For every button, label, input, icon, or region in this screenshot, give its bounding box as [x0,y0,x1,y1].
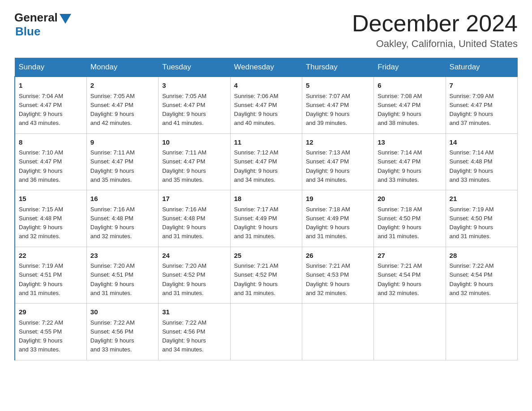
calendar-cell: 6 Sunrise: 7:08 AMSunset: 4:47 PMDayligh… [374,77,446,133]
calendar-cell [302,304,373,360]
calendar-cell: 19 Sunrise: 7:18 AMSunset: 4:49 PMDaylig… [302,190,373,247]
calendar-cell: 3 Sunrise: 7:05 AMSunset: 4:47 PMDayligh… [159,77,230,133]
day-info: Sunrise: 7:13 AMSunset: 4:47 PMDaylight:… [306,149,350,183]
day-number: 22 [19,251,83,261]
calendar-cell: 21 Sunrise: 7:19 AMSunset: 4:50 PMDaylig… [446,190,517,247]
day-info: Sunrise: 7:16 AMSunset: 4:48 PMDaylight:… [90,206,135,240]
calendar-cell: 16 Sunrise: 7:16 AMSunset: 4:48 PMDaylig… [86,190,158,247]
day-number: 8 [19,137,83,148]
day-number: 6 [378,81,442,91]
day-number: 15 [19,194,83,204]
calendar-cell: 7 Sunrise: 7:09 AMSunset: 4:47 PMDayligh… [446,77,517,133]
day-number: 4 [234,81,298,91]
calendar-cell: 9 Sunrise: 7:11 AMSunset: 4:47 PMDayligh… [86,133,158,190]
day-number: 25 [234,251,298,261]
logo-general-text: General [14,11,58,25]
calendar-header-row: SundayMondayTuesdayWednesdayThursdayFrid… [15,58,518,77]
calendar-cell: 8 Sunrise: 7:10 AMSunset: 4:47 PMDayligh… [15,133,86,190]
day-number: 21 [450,194,514,204]
day-info: Sunrise: 7:06 AMSunset: 4:47 PMDaylight:… [234,93,279,127]
calendar-cell: 28 Sunrise: 7:22 AMSunset: 4:54 PMDaylig… [446,247,517,304]
day-number: 23 [90,251,154,261]
calendar-cell: 18 Sunrise: 7:17 AMSunset: 4:49 PMDaylig… [230,190,302,247]
calendar-cell: 4 Sunrise: 7:06 AMSunset: 4:47 PMDayligh… [230,77,302,133]
day-info: Sunrise: 7:04 AMSunset: 4:47 PMDaylight:… [19,93,63,127]
calendar-cell: 30 Sunrise: 7:22 AMSunset: 4:56 PMDaylig… [86,304,158,360]
calendar-subtitle: Oakley, California, United States [352,38,518,50]
calendar-week-row: 29 Sunrise: 7:22 AMSunset: 4:55 PMDaylig… [15,304,518,360]
calendar-cell: 15 Sunrise: 7:15 AMSunset: 4:48 PMDaylig… [15,190,86,247]
calendar-cell: 2 Sunrise: 7:05 AMSunset: 4:47 PMDayligh… [86,77,158,133]
calendar-cell: 11 Sunrise: 7:12 AMSunset: 4:47 PMDaylig… [230,133,302,190]
day-number: 28 [450,251,514,261]
day-info: Sunrise: 7:18 AMSunset: 4:49 PMDaylight:… [306,206,350,240]
col-header-monday: Monday [86,58,158,77]
col-header-thursday: Thursday [302,58,373,77]
calendar-cell: 27 Sunrise: 7:21 AMSunset: 4:54 PMDaylig… [374,247,446,304]
day-number: 20 [378,194,442,204]
calendar-cell: 1 Sunrise: 7:04 AMSunset: 4:47 PMDayligh… [15,77,86,133]
col-header-tuesday: Tuesday [159,58,230,77]
day-info: Sunrise: 7:21 AMSunset: 4:53 PMDaylight:… [306,262,350,296]
calendar-cell [374,304,446,360]
day-number: 2 [90,81,154,91]
calendar-title: December 2024 [352,11,518,36]
day-info: Sunrise: 7:10 AMSunset: 4:47 PMDaylight:… [19,149,63,183]
calendar-week-row: 22 Sunrise: 7:19 AMSunset: 4:51 PMDaylig… [15,247,518,304]
day-number: 3 [162,81,226,91]
day-info: Sunrise: 7:19 AMSunset: 4:51 PMDaylight:… [19,262,63,296]
day-number: 11 [234,137,298,148]
calendar-body: 1 Sunrise: 7:04 AMSunset: 4:47 PMDayligh… [15,77,518,360]
calendar-week-row: 8 Sunrise: 7:10 AMSunset: 4:47 PMDayligh… [15,133,518,190]
day-number: 29 [19,307,83,317]
day-number: 16 [90,194,154,204]
calendar-cell: 26 Sunrise: 7:21 AMSunset: 4:53 PMDaylig… [302,247,373,304]
logo-blue-text: Blue [15,25,40,39]
day-info: Sunrise: 7:22 AMSunset: 4:56 PMDaylight:… [162,319,206,353]
day-info: Sunrise: 7:21 AMSunset: 4:54 PMDaylight:… [378,262,422,296]
day-number: 18 [234,194,298,204]
day-info: Sunrise: 7:22 AMSunset: 4:55 PMDaylight:… [19,319,63,353]
day-info: Sunrise: 7:08 AMSunset: 4:47 PMDaylight:… [378,93,422,127]
calendar-cell: 20 Sunrise: 7:18 AMSunset: 4:50 PMDaylig… [374,190,446,247]
day-number: 31 [162,307,226,317]
calendar-cell: 25 Sunrise: 7:21 AMSunset: 4:52 PMDaylig… [230,247,302,304]
day-info: Sunrise: 7:05 AMSunset: 4:47 PMDaylight:… [90,93,135,127]
day-number: 19 [306,194,370,204]
day-number: 27 [378,251,442,261]
day-info: Sunrise: 7:12 AMSunset: 4:47 PMDaylight:… [234,149,279,183]
title-area: December 2024 Oakley, California, United… [352,11,518,50]
day-info: Sunrise: 7:07 AMSunset: 4:47 PMDaylight:… [306,93,350,127]
day-number: 26 [306,251,370,261]
calendar-cell: 23 Sunrise: 7:20 AMSunset: 4:51 PMDaylig… [86,247,158,304]
day-info: Sunrise: 7:21 AMSunset: 4:52 PMDaylight:… [234,262,279,296]
day-info: Sunrise: 7:19 AMSunset: 4:50 PMDaylight:… [450,206,494,240]
day-info: Sunrise: 7:14 AMSunset: 4:48 PMDaylight:… [450,149,494,183]
day-info: Sunrise: 7:16 AMSunset: 4:48 PMDaylight:… [162,206,206,240]
day-info: Sunrise: 7:11 AMSunset: 4:47 PMDaylight:… [162,149,206,183]
col-header-friday: Friday [374,58,446,77]
calendar-table: SundayMondayTuesdayWednesdayThursdayFrid… [14,58,518,360]
day-number: 10 [162,137,226,148]
day-info: Sunrise: 7:22 AMSunset: 4:56 PMDaylight:… [90,319,135,353]
calendar-cell: 22 Sunrise: 7:19 AMSunset: 4:51 PMDaylig… [15,247,86,304]
col-header-sunday: Sunday [15,58,86,77]
day-number: 9 [90,137,154,148]
day-info: Sunrise: 7:17 AMSunset: 4:49 PMDaylight:… [234,206,279,240]
calendar-cell: 12 Sunrise: 7:13 AMSunset: 4:47 PMDaylig… [302,133,373,190]
day-number: 13 [378,137,442,148]
day-info: Sunrise: 7:14 AMSunset: 4:47 PMDaylight:… [378,149,422,183]
day-number: 7 [450,81,514,91]
logo-triangle-icon [60,14,71,24]
day-number: 5 [306,81,370,91]
day-number: 30 [90,307,154,317]
day-info: Sunrise: 7:18 AMSunset: 4:50 PMDaylight:… [378,206,422,240]
day-number: 1 [19,81,83,91]
calendar-week-row: 1 Sunrise: 7:04 AMSunset: 4:47 PMDayligh… [15,77,518,133]
calendar-cell: 24 Sunrise: 7:20 AMSunset: 4:52 PMDaylig… [159,247,230,304]
calendar-cell: 17 Sunrise: 7:16 AMSunset: 4:48 PMDaylig… [159,190,230,247]
logo: General Blue [14,11,71,39]
day-number: 17 [162,194,226,204]
day-info: Sunrise: 7:15 AMSunset: 4:48 PMDaylight:… [19,206,63,240]
calendar-cell: 29 Sunrise: 7:22 AMSunset: 4:55 PMDaylig… [15,304,86,360]
